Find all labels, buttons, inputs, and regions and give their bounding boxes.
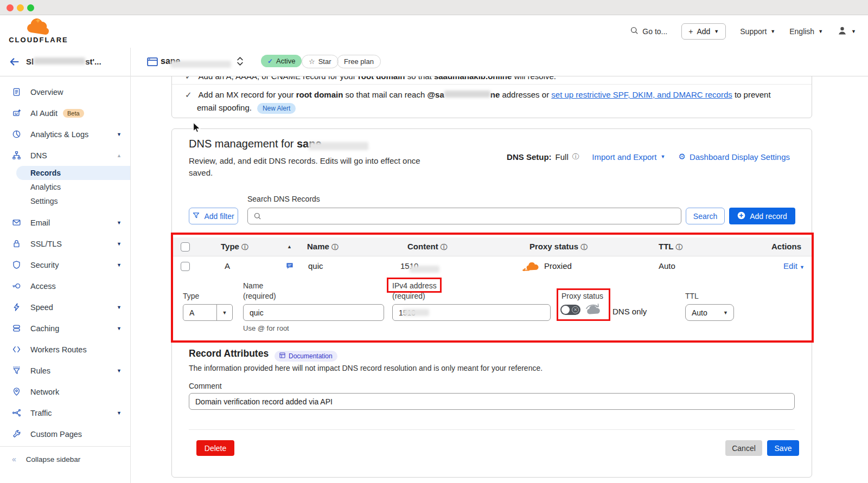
chevron-down-icon: ▼ — [661, 154, 666, 159]
sort-ascending-icon[interactable]: ▲ — [287, 244, 292, 249]
star-icon: ☆ — [309, 57, 315, 66]
cloudflare-cloud-icon — [24, 27, 53, 36]
page-subtitle: Review, add, and edit DNS records. Edits… — [189, 155, 430, 179]
record-content: 1510 — [400, 261, 418, 271]
collapse-sidebar-button[interactable]: « Collapse sidebar — [0, 446, 130, 483]
sidebar-item-dns[interactable]: DNS▲ — [0, 145, 130, 166]
close-window-button[interactable] — [7, 4, 14, 11]
record-type-select[interactable]: A ▼ — [183, 304, 233, 321]
delete-button[interactable]: Delete — [196, 440, 234, 456]
sidebar-item-rules[interactable]: Rules▼ — [0, 360, 130, 381]
chevron-down-icon: ▼ — [800, 265, 805, 270]
save-button[interactable]: Save — [767, 440, 799, 456]
column-header-actions: Actions — [771, 242, 801, 251]
star-button[interactable]: ☆Star — [302, 55, 339, 68]
domain-icon — [147, 57, 158, 69]
proxy-status-toggle[interactable]: ✕ — [560, 305, 580, 315]
sidebar-item-security[interactable]: Security▼ — [0, 254, 130, 275]
type-label: Type — [183, 292, 199, 300]
search-dns-label: Search DNS Records — [247, 195, 320, 203]
sidebar: OverviewAI AuditBetaAnalytics & Logs▼DNS… — [0, 76, 131, 483]
language-menu[interactable]: English ▼ — [789, 27, 823, 36]
spf-dkim-dmarc-link[interactable]: set up restrictive SPF, DKIM, and DMARC … — [551, 90, 732, 99]
app-header: CLOUDFLARE Go to... + Add ▼ Support ▼ En… — [0, 15, 868, 48]
divider — [172, 84, 812, 85]
account-menu[interactable]: ▼ — [837, 25, 856, 37]
add-menu-button[interactable]: + Add ▼ — [681, 23, 726, 40]
dns-setup-status: DNS Setup:Fullⓘ — [507, 152, 579, 162]
ipv4-address-input[interactable]: 1510 — [392, 304, 551, 321]
domain-name[interactable]: sane — [161, 56, 180, 66]
sidebar-item-settings[interactable]: Settings — [0, 194, 130, 208]
minimize-window-button[interactable] — [17, 4, 24, 11]
column-header-name[interactable]: Name ⓘ — [307, 242, 339, 252]
info-icon: ⓘ — [675, 243, 682, 251]
documentation-badge[interactable]: Documentation — [275, 351, 337, 362]
records-table-header: Type ⓘ ▲ Name ⓘ Content ⓘ Proxy status ⓘ… — [172, 237, 812, 256]
chevron-down-icon: ▼ — [117, 241, 122, 247]
sidebar-item-custom-pages[interactable]: Custom Pages — [0, 423, 130, 445]
record-ttl: Auto — [659, 261, 675, 271]
status-badge-active: ✓Active — [261, 55, 302, 67]
sidebar-item-traffic[interactable]: Traffic▼ — [0, 402, 130, 423]
maximize-window-button[interactable] — [27, 4, 34, 11]
sidebar-item-records[interactable]: Records — [16, 166, 130, 180]
security-icon — [12, 260, 21, 269]
sidebar-item-speed[interactable]: Speed▼ — [0, 297, 130, 318]
plus-circle-icon — [737, 211, 745, 221]
sidebar-item-analytics-logs[interactable]: Analytics & Logs▼ — [0, 124, 130, 145]
import-export-menu[interactable]: Import and Export▼ — [592, 152, 665, 162]
info-icon: ⓘ — [441, 243, 448, 251]
select-all-checkbox[interactable] — [181, 242, 190, 252]
add-filter-button[interactable]: Add filter — [189, 208, 238, 224]
gear-icon: ⚙ — [678, 152, 685, 162]
comment-label: Comment — [189, 382, 222, 390]
column-header-type[interactable]: Type ⓘ — [221, 242, 248, 252]
search-button[interactable]: Search — [686, 208, 725, 224]
row-checkbox[interactable] — [181, 262, 190, 271]
cancel-button[interactable]: Cancel — [725, 440, 762, 456]
column-header-ttl[interactable]: TTL ⓘ — [659, 242, 682, 252]
name-input[interactable]: quic — [243, 304, 384, 321]
search-dns-input[interactable] — [247, 208, 681, 224]
chevron-down-icon: ▼ — [117, 368, 122, 373]
sidebar-item-ai-audit[interactable]: AI AuditBeta — [0, 102, 130, 124]
info-icon[interactable]: ⓘ — [572, 152, 579, 162]
sidebar-item-workers-routes[interactable]: Workers Routes — [0, 339, 130, 360]
dashboard-display-settings-link[interactable]: ⚙Dashboard Display Settings — [678, 152, 790, 162]
support-menu[interactable]: Support ▼ — [740, 27, 775, 36]
go-to-search[interactable]: Go to... — [630, 27, 667, 36]
sidebar-item-label: Overview — [30, 88, 63, 96]
sidebar-item-analytics[interactable]: Analytics — [0, 180, 130, 194]
account-name[interactable]: Slst'... — [26, 57, 101, 66]
sidebar-item-email[interactable]: Email▼ — [0, 212, 130, 233]
column-header-content[interactable]: Content ⓘ — [407, 242, 447, 252]
sidebar-item-access[interactable]: Access — [0, 275, 130, 297]
dns-icon — [12, 151, 21, 160]
domain-switcher-icon[interactable] — [237, 56, 244, 69]
comment-note-icon[interactable] — [285, 262, 294, 272]
sidebar-item-label: Custom Pages — [30, 430, 82, 439]
sidebar-item-network[interactable]: Network — [0, 381, 130, 402]
add-record-button[interactable]: Add record — [729, 208, 795, 224]
comment-input[interactable]: Domain verification record added via API — [189, 393, 795, 410]
chevron-down-icon: ▼ — [117, 326, 122, 331]
app-window: CLOUDFLARE Go to... + Add ▼ Support ▼ En… — [0, 0, 868, 483]
back-arrow-icon[interactable] — [9, 56, 20, 69]
cloudflare-logo[interactable]: CLOUDFLARE — [9, 18, 68, 44]
column-header-proxy-status[interactable]: Proxy status ⓘ — [529, 242, 588, 252]
sidebar-item-overview[interactable]: Overview — [0, 81, 130, 102]
custom-pages-icon — [12, 429, 21, 439]
new-alert-badge: New Alert — [257, 103, 296, 114]
edit-record-link[interactable]: Edit ▼ — [783, 261, 805, 271]
ipv4-required-label: (required) — [392, 292, 425, 300]
plan-badge[interactable]: Free plan — [337, 55, 381, 68]
ttl-label: TTL — [685, 292, 699, 300]
ttl-select[interactable]: Auto ▼ — [685, 304, 734, 321]
sidebar-item-ssl-tls[interactable]: SSL/TLS▼ — [0, 233, 130, 254]
proxy-state-value: DNS only — [612, 307, 647, 316]
sidebar-item-label: Rules — [30, 366, 50, 375]
sidebar-item-caching[interactable]: Caching▼ — [0, 318, 130, 339]
search-icon — [254, 212, 261, 222]
sidebar-item-label: DNS — [30, 151, 47, 160]
